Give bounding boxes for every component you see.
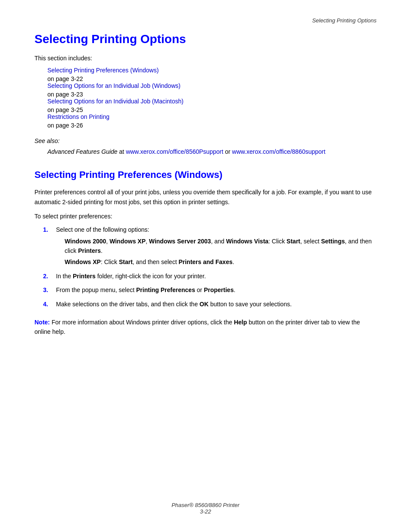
- step-1-sub2-text3: .: [233, 258, 234, 265]
- toc-link-4[interactable]: Restrictions on Printing: [47, 113, 377, 120]
- see-also-italic: Advanced Features Guide: [47, 148, 118, 155]
- step-4-pre: Make selections on the driver tabs, and …: [56, 301, 199, 308]
- see-also-label: See also:: [34, 137, 377, 144]
- step-1-printers1: Printers: [78, 247, 101, 254]
- footer-line1: Phaser® 8560/8860 Printer: [0, 502, 411, 508]
- section1-body: Printer preferences control all of your …: [34, 187, 377, 207]
- step-2: 2. In the Printers folder, right-click t…: [43, 271, 377, 281]
- step-1-sub1: Windows 2000, Windows XP, Windows Server…: [65, 236, 377, 256]
- header-text: Selecting Printing Options: [312, 17, 377, 24]
- toc-page-3: on page 3-25: [47, 106, 83, 113]
- see-also-link2[interactable]: www.xerox.com/office/8860support: [232, 148, 326, 155]
- intro-text: This section includes:: [34, 55, 377, 62]
- toc-item-1: Selecting Printing Preferences (Windows)…: [47, 67, 377, 82]
- to-select-text: To select printer preferences:: [34, 213, 377, 220]
- step-1-printers-faxes: Printers and Faxes: [178, 258, 232, 265]
- see-also-or: or: [223, 148, 232, 155]
- step-1-text1: : Click: [268, 238, 286, 245]
- see-also-content: Advanced Features Guide at www.xerox.com…: [47, 147, 377, 156]
- step-3-bold1: Printing Preferences: [136, 286, 195, 293]
- toc-item-3: Selecting Options for an Individual Job …: [47, 98, 377, 113]
- step-1-sep2: ,: [146, 238, 149, 245]
- see-also-link1[interactable]: www.xerox.com/office/8560Psupport: [126, 148, 223, 155]
- step-1-win2000: Windows 2000: [65, 238, 106, 245]
- steps-list: 1. Select one of the following options: …: [43, 225, 377, 309]
- step-1-start2: Start: [119, 258, 133, 265]
- step-1-content: Select one of the following options: Win…: [56, 225, 377, 267]
- step-3-mid: or: [195, 286, 204, 293]
- step-3-num: 3.: [43, 285, 56, 295]
- step-1-text2: , select: [300, 238, 321, 245]
- step-4-content: Make selections on the driver tabs, and …: [56, 299, 292, 309]
- see-also-at: at: [118, 148, 126, 155]
- step-1-sep1: ,: [106, 238, 109, 245]
- footer: Phaser® 8560/8860 Printer 3-22: [0, 502, 411, 515]
- step-3: 3. From the popup menu, select Printing …: [43, 285, 377, 295]
- toc-item-4: Restrictions on Printing on page 3-26: [47, 113, 377, 129]
- note-label: Note:: [34, 319, 50, 326]
- step-1-num: 1.: [43, 225, 56, 267]
- page-header: Selecting Printing Options: [34, 17, 377, 24]
- toc-item-2: Selecting Options for an Individual Job …: [47, 82, 377, 98]
- step-2-bold: Printers: [73, 273, 96, 280]
- step-3-post: .: [234, 286, 235, 293]
- toc-links: Selecting Printing Preferences (Windows)…: [47, 67, 377, 129]
- toc-page-4: on page 3-26: [47, 122, 83, 129]
- step-1-winxp2: Windows XP: [65, 258, 101, 265]
- step-4: 4. Make selections on the driver tabs, a…: [43, 299, 377, 309]
- step-1-winxp: Windows XP: [109, 238, 146, 245]
- footer-line2: 3-22: [0, 508, 411, 515]
- step-1-sub2-text2: , and then select: [133, 258, 179, 265]
- note-text-pre: For more information about Windows print…: [50, 319, 234, 326]
- toc-link-2[interactable]: Selecting Options for an Individual Job …: [47, 82, 377, 89]
- step-1-win2003: Windows Server 2003: [149, 238, 211, 245]
- step-1-text4: .: [101, 247, 103, 254]
- page-container: Selecting Printing Options Selecting Pri…: [0, 0, 411, 532]
- step-2-num: 2.: [43, 271, 56, 281]
- step-2-post: folder, right-click the icon for your pr…: [96, 273, 206, 280]
- step-1-main: Select one of the following options:: [56, 226, 149, 233]
- step-1-sub2-text1: : Click: [101, 258, 119, 265]
- toc-page-2: on page 3-23: [47, 91, 83, 98]
- step-4-bold: OK: [199, 301, 209, 308]
- toc-link-3[interactable]: Selecting Options for an Individual Job …: [47, 98, 377, 105]
- toc-link-1[interactable]: Selecting Printing Preferences (Windows): [47, 67, 377, 74]
- step-3-pre: From the popup menu, select: [56, 286, 136, 293]
- step-1-start1: Start: [286, 238, 300, 245]
- step-1-settings: Settings: [321, 238, 345, 245]
- step-3-bold2: Properties: [204, 286, 234, 293]
- step-4-post: button to save your selections.: [209, 301, 292, 308]
- step-2-content: In the Printers folder, right-click the …: [56, 271, 206, 281]
- main-title: Selecting Printing Options: [34, 32, 377, 46]
- step-1-sub2: Windows XP: Click Start, and then select…: [65, 257, 377, 267]
- step-1: 1. Select one of the following options: …: [43, 225, 377, 267]
- step-4-num: 4.: [43, 299, 56, 309]
- step-2-pre: In the: [56, 273, 73, 280]
- note-help-bold: Help: [234, 319, 247, 326]
- step-1-sep3: , and: [211, 238, 226, 245]
- step-3-content: From the popup menu, select Printing Pre…: [56, 285, 235, 295]
- section1-title: Selecting Printing Preferences (Windows): [34, 169, 377, 180]
- note-block: Note: For more information about Windows…: [34, 317, 377, 337]
- step-1-winvista: Windows Vista: [226, 238, 268, 245]
- toc-page-1: on page 3-22: [47, 75, 83, 82]
